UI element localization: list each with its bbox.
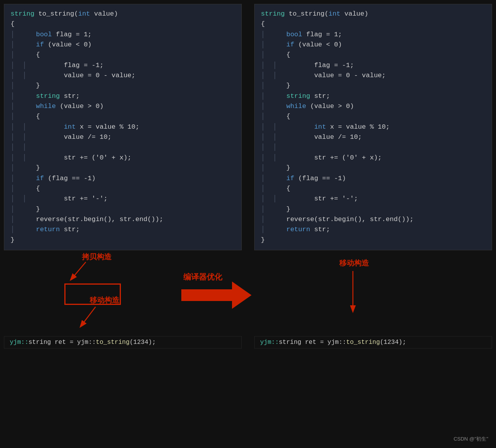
token: (value < 0): [44, 40, 92, 50]
indent-marker: │: [261, 101, 269, 112]
code-line: │ │ value /= 10;: [261, 132, 485, 142]
token: str += '-';: [32, 194, 108, 204]
code-line: │ if (value < 0): [11, 40, 235, 50]
token: [32, 122, 64, 132]
arrow-move-left: [76, 305, 99, 330]
indent-marker: │ │: [261, 71, 281, 81]
token: {: [11, 19, 14, 29]
token: }: [20, 81, 40, 91]
main-container: string to_string(int value){│ bool flag …: [0, 0, 496, 448]
token: flag = -1;: [32, 60, 104, 71]
token: value = 0 - value;: [282, 71, 386, 81]
token: value = 0 - value;: [32, 71, 135, 81]
code-line: }: [11, 235, 235, 245]
code-line: │ │ value = 0 - value;: [261, 71, 485, 81]
indent-marker: │: [11, 81, 18, 91]
token: to_string(: [285, 9, 328, 19]
indent-marker: │: [11, 174, 18, 184]
indent-marker: │: [261, 112, 269, 122]
token: string: [11, 9, 34, 19]
indent-marker: │: [11, 204, 18, 214]
bottom-bar-left: yjm::string ret = yjm::to_string(1234);: [4, 336, 242, 349]
code-line: │ bool flag = 1;: [261, 30, 485, 40]
code-line: │ return str;: [261, 225, 485, 235]
code-line: │ while (value > 0): [261, 101, 485, 112]
code-line: {: [261, 19, 485, 29]
label-move-right: 移动构造: [339, 258, 369, 268]
code-line: │ │: [261, 142, 485, 152]
token: [270, 91, 286, 101]
indent-marker: │: [261, 40, 269, 50]
token: str;: [310, 91, 330, 101]
bottom-bar-left-text: yjm::string ret = yjm::to_string(1234);: [10, 339, 156, 346]
code-line: │ string str;: [261, 91, 485, 101]
token: [270, 40, 286, 50]
token: }: [20, 163, 40, 173]
token: [270, 225, 286, 235]
token: x = value % 10;: [326, 122, 390, 132]
token: value): [340, 9, 368, 19]
code-line: │ │ flag = -1;: [261, 60, 485, 71]
token: string: [261, 9, 285, 19]
token: [20, 101, 36, 112]
bottom-bar-right: yjm::string ret = yjm::to_string(1234);: [254, 336, 492, 349]
token: {: [261, 19, 265, 29]
code-line: │ │ value /= 10;: [11, 132, 235, 142]
indent-marker: │ │: [261, 132, 281, 142]
token: (value < 0): [294, 40, 342, 50]
code-line: │ │ int x = value % 10;: [11, 122, 235, 132]
code-line: │ │ flag = -1;: [11, 60, 235, 71]
token: value /= 10;: [282, 132, 362, 142]
indent-marker: │: [11, 163, 18, 173]
indent-marker: │: [261, 214, 269, 225]
indent-marker: │: [261, 225, 269, 235]
indent-marker: │ │: [261, 60, 281, 71]
code-line: string to_string(int value): [261, 9, 485, 19]
token: str;: [310, 225, 330, 235]
token: if: [36, 174, 44, 184]
token: (flag == -1): [44, 174, 96, 184]
indent-marker: │ │: [11, 194, 30, 204]
code-line: │ return str;: [11, 225, 235, 235]
token: value /= 10;: [32, 132, 112, 142]
code-line: │ {: [11, 50, 235, 60]
code-panels: string to_string(int value){│ bool flag …: [0, 0, 496, 250]
svg-line-3: [81, 307, 96, 326]
indent-marker: │: [261, 30, 269, 40]
indent-marker: │ │: [261, 142, 281, 152]
token: int: [78, 9, 90, 19]
token: int: [314, 122, 326, 132]
token: }: [270, 163, 290, 173]
annotation-area: 拷贝构造 移动构造 编译器优化: [4, 250, 492, 336]
code-line: │ }: [11, 204, 235, 214]
token: value): [90, 9, 118, 19]
svg-line-1: [71, 262, 86, 280]
indent-marker: │: [261, 184, 269, 194]
bottom-bar-right-text: yjm::string ret = yjm::to_string(1234);: [260, 339, 406, 346]
bottom-bars: yjm::string ret = yjm::to_string(1234); …: [0, 336, 496, 349]
code-line: │ string str;: [11, 91, 235, 101]
code-line: string to_string(int value): [11, 9, 235, 19]
token: [20, 225, 36, 235]
token: {: [20, 50, 40, 60]
token: str;: [60, 91, 80, 101]
indent-marker: │: [261, 50, 269, 60]
token: flag = -1;: [282, 60, 354, 71]
indent-marker: │ │: [11, 153, 30, 163]
code-line: │ │ str += '-';: [11, 194, 235, 204]
token: }: [270, 81, 290, 91]
token: (flag == -1): [294, 174, 346, 184]
token: }: [11, 235, 14, 245]
token: {: [20, 184, 40, 194]
token: flag = 1;: [302, 30, 342, 40]
token: [20, 91, 36, 101]
indent-marker: │: [11, 91, 18, 101]
token: return: [286, 225, 310, 235]
arrow-copy: [66, 260, 90, 283]
svg-marker-4: [181, 282, 252, 309]
code-line: │ }: [261, 81, 485, 91]
code-line: │ }: [261, 163, 485, 173]
token: string: [286, 91, 310, 101]
token: bool: [270, 30, 302, 40]
indent-marker: │: [11, 112, 18, 122]
